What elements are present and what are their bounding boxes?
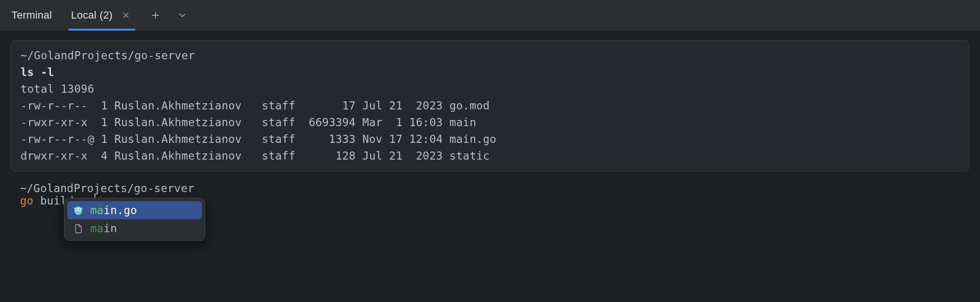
current-cwd: ~/GolandProjects/go-server [10,182,970,194]
svg-point-7 [81,207,83,209]
prev-command: ls -l [11,64,969,81]
svg-point-6 [74,207,75,209]
tab-local-2[interactable]: Local (2) [68,0,136,30]
svg-point-4 [79,209,80,210]
svg-point-0 [74,206,82,215]
terminal-tabbar: Terminal Local (2) [0,0,980,31]
file-icon [72,222,84,235]
completion-label: main [90,222,117,235]
prev-cwd: ~/GolandProjects/go-server [11,47,969,64]
completion-popup[interactable]: main.gomain [64,198,205,241]
ls-total: total 13096 [11,81,969,97]
dropdown-icon[interactable] [176,9,189,22]
gopher-icon [72,204,84,216]
ls-output: -rw-r--r-- 1 Ruslan.Akhmetzianov staff 1… [11,97,969,164]
completion-label: main.go [90,204,137,216]
close-icon[interactable] [119,9,133,22]
svg-point-5 [78,211,79,212]
terminal-viewport[interactable]: ~/GolandProjects/go-server ls -l total 1… [0,31,980,207]
new-tab-icon[interactable] [149,9,162,22]
svg-point-3 [76,209,77,210]
tab-label: Local (2) [71,9,113,22]
previous-command-block: ~/GolandProjects/go-server ls -l total 1… [10,40,970,172]
completion-item[interactable]: main [67,219,202,237]
go-keyword: go [20,194,33,207]
panel-title: Terminal [9,9,55,22]
completion-item[interactable]: main.go [67,201,202,219]
